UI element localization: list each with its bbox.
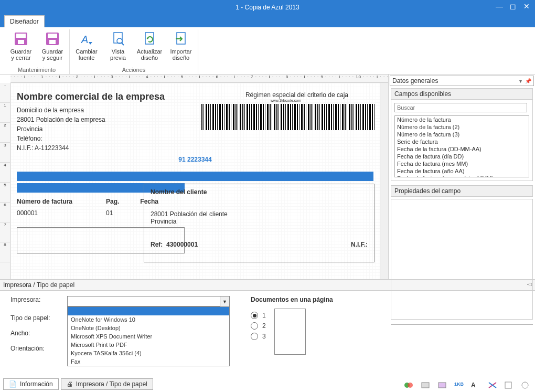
properties-panel bbox=[391, 199, 533, 320]
fields-title: Campos disponibles bbox=[391, 89, 532, 100]
list-item[interactable]: Fecha de factura (mes en letra MMM) bbox=[395, 175, 529, 177]
list-item[interactable]: Número de la factura (3) bbox=[395, 131, 529, 138]
ref-label[interactable]: Ref: bbox=[151, 241, 163, 248]
update-design-button[interactable]: Actualizar diseño bbox=[136, 29, 163, 66]
save-close-button[interactable]: Guardar y cerrar bbox=[7, 29, 35, 66]
tab-designer[interactable]: Diseñador bbox=[4, 15, 45, 27]
client-nif-label[interactable]: N.I.F.: bbox=[351, 241, 368, 248]
val-page[interactable]: 01 bbox=[106, 209, 113, 217]
list-item[interactable]: Número de la factura bbox=[395, 116, 529, 123]
import-design-button[interactable]: Importar diseño bbox=[167, 29, 195, 66]
phone-label[interactable]: Teléfono: bbox=[17, 134, 373, 143]
props-title: Propiedades del campo bbox=[391, 185, 533, 197]
status-icon[interactable] bbox=[421, 382, 431, 390]
ref-value[interactable]: 430000001 bbox=[166, 241, 198, 248]
panel-header[interactable]: Datos generales ▾ 📌 bbox=[390, 76, 534, 86]
printer-label: Impresora: bbox=[10, 296, 63, 303]
window-controls: — ◻ ✕ bbox=[493, 0, 533, 13]
svg-rect-1 bbox=[16, 34, 26, 38]
blue-bar-1[interactable] bbox=[17, 172, 373, 181]
save-close-icon bbox=[13, 30, 29, 47]
printer-dropdown-list[interactable]: OneNote for Windows 10 OneNote (Desktop)… bbox=[67, 306, 230, 366]
list-item[interactable]: Fecha de factura (día DD) bbox=[395, 153, 529, 160]
titlebar: 1 - Copia de Azul 2013 — ◻ ✕ bbox=[0, 0, 535, 15]
svg-point-19 bbox=[522, 382, 528, 388]
status-icon[interactable]: 1KB bbox=[454, 382, 465, 390]
status-icon[interactable]: A bbox=[471, 382, 482, 390]
ribbon: Guardar y cerrar Guardar y seguir Manten… bbox=[0, 27, 535, 75]
maximize-button[interactable]: ◻ bbox=[507, 0, 519, 13]
window-title: 1 - Copia de Azul 2013 bbox=[236, 4, 299, 11]
vertical-ruler: -12345678 bbox=[0, 83, 10, 279]
chevron-down-icon[interactable]: ▾ 📌 bbox=[519, 78, 531, 84]
printer-form: Impresora: ▼ OneNote for Windows 10 OneN… bbox=[10, 296, 230, 355]
change-font-button[interactable]: A Cambiar fuente bbox=[73, 29, 100, 66]
svg-rect-5 bbox=[49, 40, 56, 44]
status-icon[interactable] bbox=[521, 382, 532, 390]
fields-panel: Campos disponibles Número de la factura … bbox=[391, 88, 533, 181]
status-icon[interactable] bbox=[488, 382, 498, 390]
barcode[interactable] bbox=[201, 104, 374, 130]
status-icon[interactable] bbox=[404, 382, 414, 390]
docs-per-page: Documentos en una página 1 2 3 bbox=[251, 296, 333, 355]
design-canvas[interactable]: · · · · I · · · · 1 · · · · I · · · · 2 … bbox=[0, 75, 388, 279]
list-item[interactable]: Fecha de factura (año AA) bbox=[395, 167, 529, 175]
close-button[interactable]: ✕ bbox=[520, 0, 533, 13]
list-item[interactable]: Microsoft Print to PDF bbox=[68, 341, 229, 349]
page-preview bbox=[274, 309, 306, 355]
list-item[interactable]: Serie de factura bbox=[395, 138, 529, 145]
ribbon-group-maintenance: Guardar y cerrar Guardar y seguir Manten… bbox=[4, 29, 70, 74]
client-box[interactable]: Nombre del cliente 28001 Población del c… bbox=[144, 184, 374, 262]
list-item[interactable]: Fecha de factura (mes MM) bbox=[395, 160, 529, 167]
radio-3[interactable]: 3 bbox=[251, 333, 266, 340]
val-invoice[interactable]: 000001 bbox=[17, 209, 74, 217]
tab-info[interactable]: 📄 Información bbox=[3, 378, 59, 390]
svg-text:A: A bbox=[81, 34, 88, 45]
list-item[interactable]: Fax bbox=[68, 357, 229, 366]
svg-point-13 bbox=[408, 383, 413, 388]
radio-1[interactable]: 1 bbox=[251, 312, 266, 319]
svg-rect-7 bbox=[114, 33, 122, 43]
list-item[interactable]: Número de la factura (2) bbox=[395, 123, 529, 131]
minimize-button[interactable]: — bbox=[493, 0, 506, 13]
barcode-label: www.1kbcode.com bbox=[271, 99, 301, 102]
orientation-label: Orientación: bbox=[10, 345, 63, 352]
preview-button[interactable]: Vista previa bbox=[104, 29, 132, 66]
radio-2[interactable]: 2 bbox=[251, 322, 266, 330]
printer-icon: 🖨 bbox=[67, 380, 73, 388]
list-item[interactable]: OneNote for Windows 10 bbox=[68, 315, 229, 324]
list-item[interactable]: Kyocera TASKalfa 356ci (4) bbox=[68, 349, 229, 357]
client-city[interactable]: 28001 Población del cliente bbox=[151, 210, 368, 218]
save-continue-button[interactable]: Guardar y seguir bbox=[39, 29, 66, 66]
list-item[interactable] bbox=[68, 307, 229, 315]
client-name[interactable]: Nombre del cliente bbox=[151, 188, 368, 196]
svg-rect-2 bbox=[18, 40, 24, 44]
preview-icon bbox=[110, 30, 126, 47]
chevron-down-icon[interactable]: ▼ bbox=[220, 296, 229, 307]
list-item[interactable]: Microsoft XPS Document Writer bbox=[68, 332, 229, 341]
ribbon-group-actions: A Cambiar fuente Vista previa Actualizar… bbox=[70, 29, 198, 74]
pin-icon[interactable]: -□ bbox=[527, 281, 532, 289]
client-province[interactable]: Provincia bbox=[151, 218, 368, 225]
save-icon bbox=[44, 30, 61, 47]
tab-printer[interactable]: 🖨 Impresora / Tipo de papel bbox=[61, 378, 153, 390]
status-icon[interactable] bbox=[437, 382, 448, 390]
list-item[interactable]: Fecha de la factura (DD-MM-AA) bbox=[395, 145, 529, 153]
search-input[interactable] bbox=[394, 103, 527, 112]
printer-combo[interactable]: ▼ OneNote for Windows 10 OneNote (Deskto… bbox=[67, 296, 230, 306]
horizontal-ruler: · · · · I · · · · 1 · · · · I · · · · 2 … bbox=[10, 75, 388, 83]
vertical-scrollbar[interactable] bbox=[380, 83, 388, 279]
tabstrip: Diseñador bbox=[0, 15, 535, 27]
company-nif[interactable]: N.I.F.: A-11223344 bbox=[17, 143, 373, 153]
svg-rect-15 bbox=[438, 383, 446, 388]
field-list[interactable]: Número de la factura Número de la factur… bbox=[394, 115, 529, 177]
document-surface[interactable]: Nombre comercial de la empresa Régimen e… bbox=[10, 83, 380, 279]
svg-line-9 bbox=[122, 43, 124, 45]
list-item[interactable]: OneNote (Desktop) bbox=[68, 324, 229, 332]
phone-number[interactable]: 91 2223344 bbox=[178, 156, 211, 163]
status-icon[interactable] bbox=[505, 382, 515, 390]
col-page[interactable]: Pag. bbox=[106, 198, 119, 205]
col-invoice[interactable]: Número de factura bbox=[17, 198, 85, 205]
regimen-text[interactable]: Régimen especial del criterio de caja bbox=[245, 91, 348, 99]
status-icons: 1KB A bbox=[404, 382, 532, 390]
